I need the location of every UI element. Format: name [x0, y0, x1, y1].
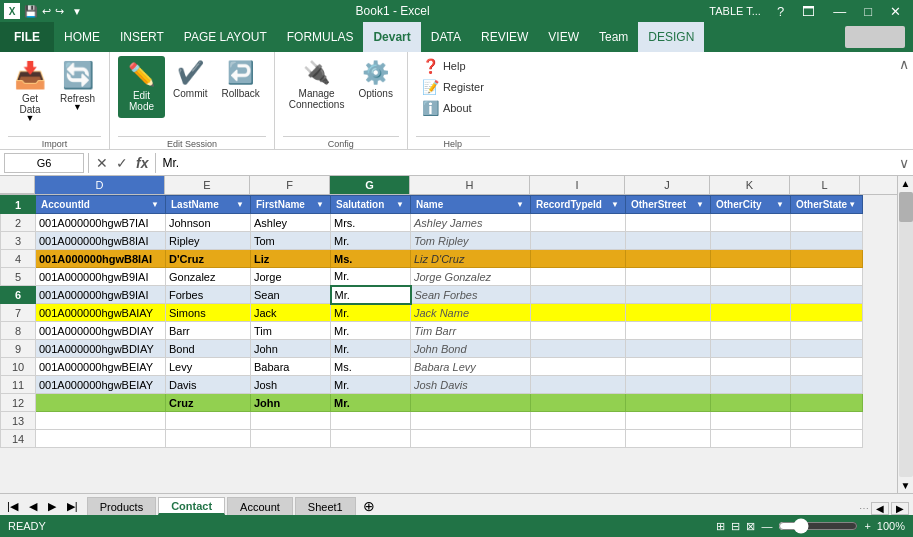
cell-9-d[interactable]: 001A000000hgwBDIAY — [36, 340, 166, 358]
menu-file[interactable]: FILE — [0, 22, 54, 52]
ribbon-collapse-btn[interactable]: 🗖 — [794, 0, 823, 22]
cell-10-i[interactable] — [531, 358, 626, 376]
cell-7-i[interactable] — [531, 304, 626, 322]
sheet-nav-last[interactable]: ▶| — [62, 498, 83, 515]
cell-8-e[interactable]: Barr — [166, 322, 251, 340]
cell-8-f[interactable]: Tim — [251, 322, 331, 340]
cell-5-j[interactable] — [626, 268, 711, 286]
cell-6-j[interactable] — [626, 286, 711, 304]
menu-page-layout[interactable]: PAGE LAYOUT — [174, 22, 277, 52]
cell-10-f[interactable]: Babara — [251, 358, 331, 376]
cell-13-l[interactable] — [791, 412, 863, 430]
cell-9-k[interactable] — [711, 340, 791, 358]
cell-1-l[interactable]: OtherState ▼ — [791, 196, 863, 214]
cell-1-f[interactable]: FirstName ▼ — [251, 196, 331, 214]
cell-1-d[interactable]: AccountId ▼ — [36, 196, 166, 214]
cell-8-j[interactable] — [626, 322, 711, 340]
cell-8-k[interactable] — [711, 322, 791, 340]
cell-1-j[interactable]: OtherStreet ▼ — [626, 196, 711, 214]
cell-1-e[interactable]: LastName ▼ — [166, 196, 251, 214]
cell-4-k[interactable] — [711, 250, 791, 268]
cell-14-j[interactable] — [626, 430, 711, 448]
cell-7-k[interactable] — [711, 304, 791, 322]
cell-3-h[interactable]: Tom Ripley — [411, 232, 531, 250]
scroll-down-arrow[interactable]: ▼ — [899, 478, 913, 493]
quick-undo[interactable]: ↩ — [42, 5, 51, 18]
cell-10-e[interactable]: Levy — [166, 358, 251, 376]
cell-1-g[interactable]: Salutation ▼ — [331, 196, 411, 214]
cell-5-k[interactable] — [711, 268, 791, 286]
cell-3-j[interactable] — [626, 232, 711, 250]
menu-formulas[interactable]: FORMULAS — [277, 22, 364, 52]
formula-expand-btn[interactable]: ∨ — [895, 155, 913, 171]
cell-3-i[interactable] — [531, 232, 626, 250]
scroll-track[interactable] — [899, 192, 913, 477]
view-normal-icon[interactable]: ⊞ — [716, 520, 725, 533]
col-header-i[interactable]: I — [530, 176, 625, 194]
formula-cancel-btn[interactable]: ✕ — [93, 155, 111, 171]
cell-6-k[interactable] — [711, 286, 791, 304]
cell-11-e[interactable]: Davis — [166, 376, 251, 394]
help-item-about[interactable]: ℹ️ About — [416, 98, 490, 118]
cell-14-k[interactable] — [711, 430, 791, 448]
col-header-f[interactable]: F — [250, 176, 330, 194]
cell-14-d[interactable] — [36, 430, 166, 448]
formula-confirm-btn[interactable]: ✓ — [113, 155, 131, 171]
scroll-up-arrow[interactable]: ▲ — [899, 176, 913, 191]
col-header-e[interactable]: E — [165, 176, 250, 194]
cell-4-f[interactable]: Liz — [251, 250, 331, 268]
cell-13-f[interactable] — [251, 412, 331, 430]
cell-14-g[interactable] — [331, 430, 411, 448]
cell-9-l[interactable] — [791, 340, 863, 358]
cell-7-e[interactable]: Simons — [166, 304, 251, 322]
cell-4-i[interactable] — [531, 250, 626, 268]
formula-input[interactable] — [156, 156, 895, 170]
cell-5-h[interactable]: Jorge Gonzalez — [411, 268, 531, 286]
quick-save[interactable]: 💾 — [24, 5, 38, 18]
menu-review[interactable]: REVIEW — [471, 22, 538, 52]
menu-team[interactable]: Team — [589, 22, 638, 52]
view-page-break-icon[interactable]: ⊠ — [746, 520, 755, 533]
menu-data[interactable]: DATA — [421, 22, 471, 52]
cell-7-f[interactable]: Jack — [251, 304, 331, 322]
cell-2-d[interactable]: 001A000000hgwB7IAI — [36, 214, 166, 232]
cell-5-i[interactable] — [531, 268, 626, 286]
filter-btn-e[interactable]: ▼ — [235, 200, 245, 209]
cell-13-g[interactable] — [331, 412, 411, 430]
filter-btn-d[interactable]: ▼ — [150, 200, 160, 209]
maximize-btn[interactable]: □ — [856, 0, 880, 22]
quick-access-more[interactable]: ▼ — [72, 6, 82, 17]
col-header-h[interactable]: H — [410, 176, 530, 194]
cell-3-d[interactable]: 001A000000hgwB8IAI — [36, 232, 166, 250]
cell-3-k[interactable] — [711, 232, 791, 250]
zoom-plus[interactable]: + — [864, 520, 870, 532]
cell-12-k[interactable] — [711, 394, 791, 412]
cell-8-d[interactable]: 001A000000hgwBDIAY — [36, 322, 166, 340]
cell-4-g[interactable]: Ms. — [331, 250, 411, 268]
cell-10-j[interactable] — [626, 358, 711, 376]
filter-btn-h[interactable]: ▼ — [515, 200, 525, 209]
cell-4-j[interactable] — [626, 250, 711, 268]
cell-4-l[interactable] — [791, 250, 863, 268]
sheet-nav-first[interactable]: |◀ — [2, 498, 23, 515]
sheet-tab-products[interactable]: Products — [87, 497, 156, 515]
cell-7-d[interactable]: 001A000000hgwBAIAY — [36, 304, 166, 322]
cell-7-g[interactable]: Mr. — [331, 304, 411, 322]
cell-10-k[interactable] — [711, 358, 791, 376]
cell-2-i[interactable] — [531, 214, 626, 232]
cell-2-l[interactable] — [791, 214, 863, 232]
cell-11-g[interactable]: Mr. — [331, 376, 411, 394]
cell-6-f[interactable]: Sean — [251, 286, 331, 304]
quick-redo[interactable]: ↪ — [55, 5, 64, 18]
grid-body[interactable]: 1 AccountId ▼ LastName ▼ — [0, 195, 897, 493]
menu-devart[interactable]: Devart — [363, 22, 420, 52]
close-btn[interactable]: ✕ — [882, 0, 909, 22]
cell-12-g[interactable]: Mr. — [331, 394, 411, 412]
cell-14-l[interactable] — [791, 430, 863, 448]
cell-5-g[interactable]: Mr. — [331, 268, 411, 286]
cell-6-i[interactable] — [531, 286, 626, 304]
minimize-btn[interactable]: — — [825, 0, 854, 22]
filter-btn-k[interactable]: ▼ — [775, 200, 785, 209]
filter-btn-l[interactable]: ▼ — [847, 200, 857, 209]
cell-9-f[interactable]: John — [251, 340, 331, 358]
